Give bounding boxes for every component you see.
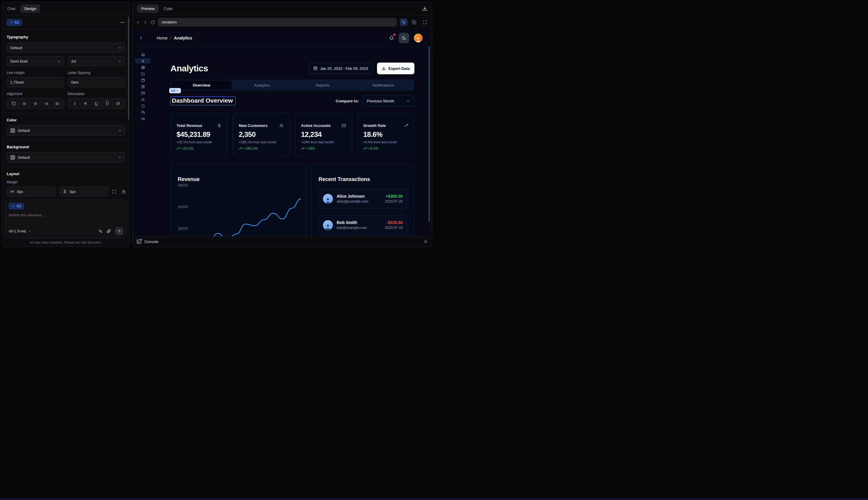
composer-input[interactable]: Refine this element… [9,213,123,217]
align-right-button[interactable] [43,100,49,107]
sidebar-item-analytics[interactable] [135,58,151,64]
font-size-select[interactable]: 2xl [68,56,125,66]
app-mini-sidebar [134,47,152,236]
duplicate-tool[interactable] [410,19,418,26]
tab-preview[interactable]: Preview [137,4,159,13]
compare-value: Previous Month [367,99,394,103]
design-panel-scrollbar[interactable] [128,17,129,120]
more-options-icon[interactable] [120,20,125,25]
breadcrumb: Home / Analytics [157,36,192,41]
export-data-button[interactable]: Export Data [377,62,414,74]
stat-title: New Customers [239,123,267,128]
sidebar-item-video[interactable] [135,116,151,121]
expand-margin-icon[interactable] [112,190,116,194]
app-header: Home / Analytics [134,29,431,47]
letter-spacing-input[interactable]: 0em [68,77,125,87]
sidebar-item-messages[interactable] [135,110,151,115]
dashboard-tabs: Overview Analytics Reports Notifications [170,80,414,91]
stats-row: Total Revenue $45,231.89 +20.1% from las… [170,113,414,157]
arrow-up-icon [117,229,121,233]
select-element-tool[interactable] [400,19,407,26]
composer-element-label: h3 [17,204,21,208]
sidebar-item-cards[interactable] [135,90,151,95]
notifications-button[interactable] [389,36,394,41]
sparkles-icon[interactable] [98,229,103,233]
download-icon[interactable] [422,6,427,11]
chevrons-up-icon[interactable] [424,239,428,244]
send-button[interactable] [115,227,123,235]
breadcrumb-home[interactable]: Home [157,36,167,41]
theme-toggle-button[interactable] [398,33,409,43]
fullscreen-tool[interactable] [421,19,428,26]
user-avatar[interactable] [414,34,423,42]
console-bar[interactable]: Console [132,236,432,247]
italic-button[interactable]: I [72,100,78,107]
url-input[interactable]: /analytics [158,18,397,26]
background-value: Default [18,155,30,160]
transaction-row[interactable]: Bob Smith bob@example.com -$120.50 2023-… [319,215,407,235]
align-center-button[interactable] [32,100,38,107]
line-height-input[interactable]: 1.75rem [7,77,64,87]
line-height-label: Line Height [7,71,64,75]
tab-analytics[interactable]: Analytics [232,80,292,90]
attachment-icon[interactable] [107,229,111,233]
align-justify-button[interactable] [54,100,60,107]
revenue-line-chart [190,175,301,236]
compare-select[interactable]: Previous Month [362,95,414,107]
tab-reports[interactable]: Reports [292,80,353,90]
sidebar-item-users[interactable] [135,97,151,102]
align-left-button[interactable] [21,100,28,107]
margin-x-input[interactable]: 0px [7,186,56,196]
viewport-scrollbar[interactable] [428,46,430,222]
stat-delta: +19% from last month [301,140,346,144]
transaction-amount: +$350.00 [385,194,403,198]
refresh-icon[interactable] [151,20,155,25]
sidebar-toggle-icon[interactable] [139,36,143,40]
date-range-button[interactable]: Jan 20, 2023 - Feb 09, 2023 [308,62,373,74]
preview-urlbar: /analytics [132,15,432,29]
composer-element-badge[interactable]: h3 [9,203,24,209]
color-select[interactable]: Default [7,125,125,136]
diamond-icon [10,21,13,24]
chevron-down-icon [57,59,61,63]
trending-up-icon [363,147,367,150]
font-family-value: Default [10,46,22,50]
model-select[interactable]: v0-1.5-md [9,229,31,233]
strikethrough-button[interactable]: S [82,100,89,107]
lock-margin-icon[interactable] [121,190,126,194]
underline-button[interactable]: U [93,100,100,107]
tab-code[interactable]: Code [163,7,172,11]
stat-trend-value: +20.1% [182,147,194,151]
background-select[interactable]: Default [7,152,125,162]
y-tick: $6000 [178,183,188,188]
stat-trend-value: +19% [306,147,315,151]
margin-y-input[interactable]: 0px [59,186,108,196]
no-decoration-button[interactable]: Ø [115,100,121,107]
sidebar-item-security[interactable] [135,103,151,109]
overline-button[interactable]: O [104,100,111,107]
maximize-icon [423,20,427,25]
font-weight-select[interactable]: Semi Bold [7,56,64,66]
sidebar-item-home[interactable] [135,52,151,57]
sidebar-item-files[interactable] [135,71,151,76]
sidebar-item-receipts[interactable] [135,84,151,89]
tab-chat[interactable]: Chat [7,7,15,11]
element-tag-label: h3 [171,89,175,92]
reset-alignment-button[interactable] [11,100,17,107]
tab-design[interactable]: Design [21,4,40,13]
back-icon[interactable] [136,20,140,25]
tab-notifications[interactable]: Notifications [353,80,414,90]
design-panel: Chat Design h3 Typography Default Semi B… [2,2,130,247]
design-panel-body: Typography Default Semi Bold 2xl Line He… [2,35,130,217]
chevron-down-icon [118,156,121,159]
sidebar-item-wallet[interactable] [135,78,151,83]
transaction-amount: -$120.50 [385,220,403,225]
selected-heading[interactable]: Dashboard Overview [170,96,235,105]
sidebar-item-invoices[interactable] [135,65,151,70]
element-tag-pill[interactable]: h3 [169,88,181,93]
transaction-row[interactable]: Alice Johnson alice@example.com +$350.00… [319,189,407,208]
forward-icon[interactable] [143,20,148,25]
font-family-select[interactable]: Default [7,43,125,53]
transactions-title: Recent Transactions [312,163,414,182]
selected-element-badge[interactable]: h3 [7,19,22,26]
